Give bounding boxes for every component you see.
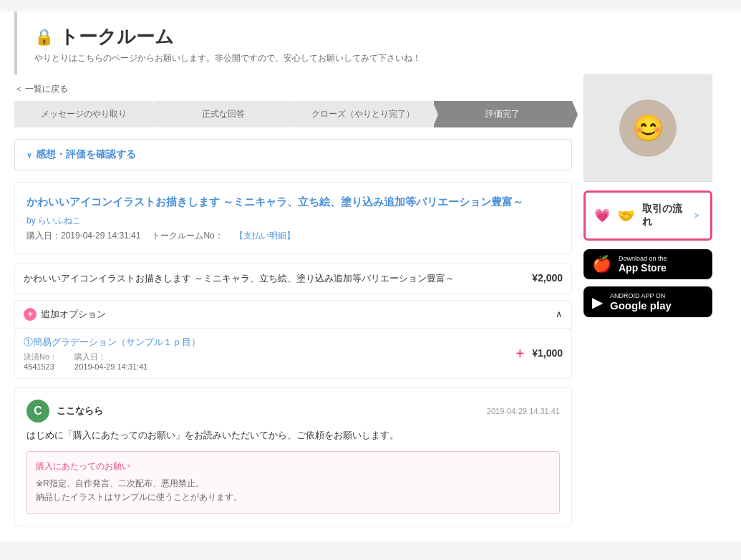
option-purchase-date: 購入日： 2019-04-29 14:31:41 (74, 352, 147, 371)
transaction-label: 取引の流れ (642, 203, 684, 228)
seller-link[interactable]: by らいふねこ (26, 216, 81, 226)
google-play-button[interactable]: ▶ ANDROID APP ON Google play (583, 286, 712, 317)
app-store-small-text: Download on the (619, 255, 667, 262)
transaction-handshake-icon: 🤝 (617, 207, 635, 224)
page-wrapper: 🔒 トークルーム やりとりはこちらのページからお願いします。非公開ですので、安心… (0, 11, 741, 541)
google-play-text: ANDROID APP ON Google play (610, 292, 672, 312)
main-layout: ＜ 一覧に戻る メッセージのやり取り 正式な回答 クローズ（やりとり完了） 評価… (0, 74, 741, 541)
google-play-large-text: Google play (610, 299, 672, 312)
page-subtitle: やりとりはこちらのページからお願いします。非公開ですので、安心してお願いしてみて… (34, 52, 709, 64)
app-store-text: Download on the App Store (619, 255, 667, 274)
option-plus-sign: ＋ (513, 344, 526, 362)
step-evaluated[interactable]: 評価完了 (434, 101, 572, 127)
review-chevron-icon: ∨ (26, 151, 32, 159)
purchase-info: 購入日：2019-04-29 14:31:41 トークルームNo： 【支払い明細… (26, 230, 560, 242)
coconara-logo: C (26, 400, 49, 423)
page-title: 🔒 トークルーム (34, 24, 709, 49)
steps-bar: メッセージのやり取り 正式な回答 クローズ（やりとり完了） 評価完了 (14, 101, 572, 127)
notice-box: 購入にあたってのお願い ※R指定、自作発言、二次配布、悪用禁止。 納品したイラス… (26, 451, 560, 513)
step-messages[interactable]: メッセージのやり取り (14, 101, 152, 127)
option-meta: 決済No： 4541523 購入日： 2019-04-29 14:31:41 (24, 352, 513, 371)
talk-room-no-label: トークルームNo： (152, 230, 223, 242)
transaction-flow-button[interactable]: 💗 🤝 取引の流れ ＞ (583, 190, 712, 241)
left-content: ＜ 一覧に戻る メッセージのやり取り 正式な回答 クローズ（やりとり完了） 評価… (14, 74, 572, 526)
service-card: かわいいアイコンイラストお描きします ～ミニキャラ、立ち絵、塗り込み追加等バリエ… (14, 182, 572, 254)
avatar-face-icon: 😊 (632, 113, 664, 143)
message-body: はじめに「購入にあたってのお願い」をお読みいただいてから、ご依頼をお願いします。 (26, 428, 560, 443)
message-sender: ここならら (57, 405, 103, 417)
option-price-area: ＋ ¥1,000 (513, 344, 563, 362)
decision-no: 4541523 (24, 362, 57, 371)
payment-details-link[interactable]: 【支払い明細】 (235, 230, 295, 242)
back-link[interactable]: ＜ 一覧に戻る (14, 83, 68, 95)
google-play-icon: ▶ (592, 294, 603, 311)
price-row-text: かわいいアイコンイラストお描きします ～ミニキャラ、立ち絵、塗り込み追加等バリエ… (24, 272, 532, 285)
option-item: ①簡易グラデーション（サンプル１ｐ目） 決済No： 4541523 購入日： 2… (15, 328, 571, 378)
message-time: 2019-04-29 14:31:41 (487, 407, 560, 415)
options-header-left: ＋ 追加オプション (24, 308, 106, 321)
purchase-date: 購入日：2019-04-29 14:31:41 (26, 230, 140, 242)
notice-title: 購入にあたってのお願い (36, 460, 551, 473)
option-price: ¥1,000 (532, 347, 563, 359)
app-store-large-text: App Store (619, 262, 667, 274)
lock-icon: 🔒 (34, 28, 54, 47)
review-section: ∨ 感想・評価を確認する (14, 139, 572, 170)
price-row: かわいいアイコンイラストお描きします ～ミニキャラ、立ち絵、塗り込み追加等バリエ… (14, 263, 572, 294)
options-label: 追加オプション (41, 308, 106, 321)
options-header[interactable]: ＋ 追加オプション ∧ (15, 301, 571, 328)
notice-text: ※R指定、自作発言、二次配布、悪用禁止。 納品したイラストはサンプルに使うことが… (36, 477, 551, 504)
service-title: かわいいアイコンイラストお描きします ～ミニキャラ、立ち絵、塗り込み追加等バリエ… (26, 194, 560, 211)
options-chevron-icon: ∧ (556, 309, 563, 319)
options-plus-badge: ＋ (24, 308, 37, 321)
option-purchase-label: 購入日： (74, 352, 147, 362)
message-header: C ここならら 2019-04-29 14:31:41 (26, 400, 560, 423)
google-play-small-text: ANDROID APP ON (610, 292, 672, 299)
transaction-arrow-icon: ＞ (692, 209, 702, 222)
review-section-label: 感想・評価を確認する (36, 148, 136, 161)
options-section: ＋ 追加オプション ∧ ①簡易グラデーション（サンプル１ｐ目） 決済No： 45… (14, 300, 572, 379)
step-formal[interactable]: 正式な回答 (154, 101, 292, 127)
app-store-button[interactable]: 🍎 Download on the App Store (583, 249, 712, 279)
option-decision: 決済No： 4541523 (24, 352, 57, 371)
avatar: 😊 (619, 100, 677, 157)
transaction-heart-icon: 💗 (594, 208, 610, 223)
service-by: by らいふねこ (26, 215, 560, 227)
avatar-box: 😊 (583, 74, 712, 182)
option-purchase-date-value: 2019-04-29 14:31:41 (74, 362, 147, 371)
decision-label: 決済No： (24, 352, 57, 362)
review-section-toggle[interactable]: ∨ 感想・評価を確認する (26, 148, 560, 161)
apple-icon: 🍎 (592, 255, 611, 274)
option-name: ①簡易グラデーション（サンプル１ｐ目） (24, 336, 513, 349)
message-section: C ここならら 2019-04-29 14:31:41 はじめに「購入にあたって… (14, 387, 572, 526)
price-amount: ¥2,000 (532, 272, 563, 284)
page-header: 🔒 トークルーム やりとりはこちらのページからお願いします。非公開ですので、安心… (14, 11, 727, 74)
option-details: ①簡易グラデーション（サンプル１ｐ目） 決済No： 4541523 購入日： 2… (24, 336, 513, 371)
step-close[interactable]: クローズ（やりとり完了） (294, 101, 432, 127)
right-sidebar: 😊 💗 🤝 取引の流れ ＞ 🍎 Download on the App Stor… (583, 74, 727, 526)
